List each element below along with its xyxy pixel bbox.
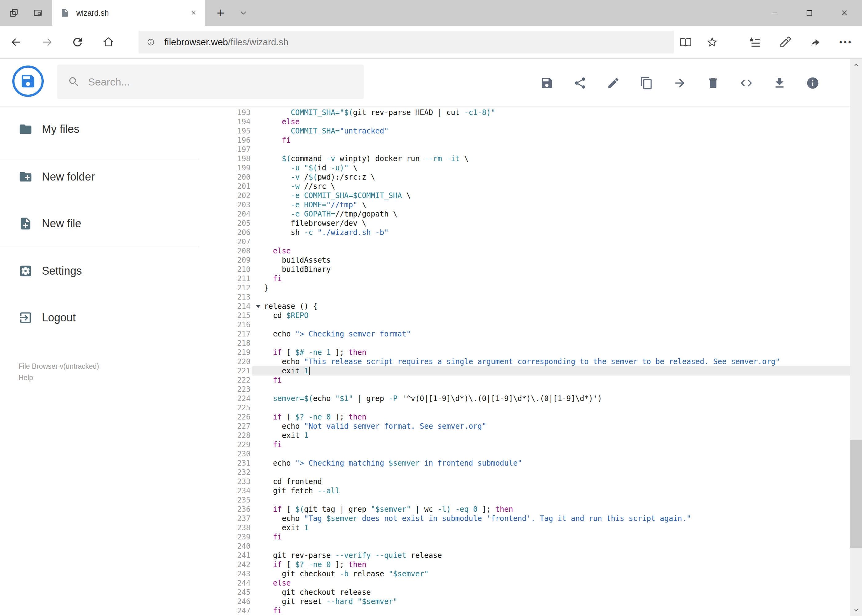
- filebrowser-logo[interactable]: [12, 66, 44, 97]
- code-line[interactable]: 203 -e HOME="//tmp" \: [199, 200, 850, 209]
- search-input[interactable]: [88, 76, 355, 88]
- scroll-up-button[interactable]: [850, 59, 862, 71]
- close-window-button[interactable]: [827, 0, 862, 26]
- code-line[interactable]: 238 exit 1: [199, 523, 850, 532]
- refresh-button[interactable]: [68, 32, 87, 52]
- sidebar-item-new-file[interactable]: New file: [0, 207, 199, 240]
- reading-view-button[interactable]: [676, 32, 695, 52]
- code-line[interactable]: 232: [199, 468, 850, 477]
- code-line[interactable]: 246 git reset --hard "$semver": [199, 597, 850, 606]
- favorites-hub-button[interactable]: [745, 32, 764, 52]
- code-line[interactable]: 247 fi: [199, 606, 850, 615]
- code-line[interactable]: 229 fi: [199, 440, 850, 449]
- add-favorite-button[interactable]: [702, 32, 722, 52]
- maximize-button[interactable]: [792, 0, 827, 26]
- code-line[interactable]: 222 fi: [199, 376, 850, 385]
- minimize-button[interactable]: [757, 0, 792, 26]
- code-line[interactable]: 224 semver=$(echo "$1" | grep -P '^v(0|[…: [199, 394, 850, 403]
- tab-preview-chevron-button[interactable]: [234, 0, 253, 26]
- page-scrollbar[interactable]: [850, 59, 862, 616]
- code-line[interactable]: 194 else: [199, 117, 850, 126]
- code-line[interactable]: 215 cd $REPO: [199, 311, 850, 320]
- code-line[interactable]: 199 -u "$(id -u)" \: [199, 163, 850, 173]
- fold-arrow-icon[interactable]: [256, 305, 261, 308]
- code-line[interactable]: 236 if [ $(git tag | grep "$semver" | wc…: [199, 504, 850, 514]
- code-line[interactable]: 225: [199, 403, 850, 412]
- code-line[interactable]: 206 sh -c "./wizard.sh -b": [199, 228, 850, 237]
- code-line[interactable]: 219 if [ $# -ne 1 ]; then: [199, 348, 850, 357]
- move-button[interactable]: [671, 74, 689, 92]
- code-editor[interactable]: 193 COMMIT_SHA="$(git rev-parse HEAD | c…: [199, 107, 850, 616]
- code-line[interactable]: 226 if [ $? -ne 0 ]; then: [199, 412, 850, 422]
- code-line[interactable]: 193 COMMIT_SHA="$(git rev-parse HEAD | c…: [199, 108, 850, 117]
- code-line[interactable]: 242 if [ $? -ne 0 ]; then: [199, 560, 850, 569]
- code-line[interactable]: 234 git fetch --all: [199, 486, 850, 495]
- forward-button[interactable]: [38, 32, 57, 52]
- home-button[interactable]: [98, 32, 118, 52]
- code-line[interactable]: 221 exit 1: [199, 366, 850, 376]
- code-line[interactable]: 208 else: [199, 246, 850, 256]
- code-line[interactable]: 216: [199, 320, 850, 329]
- code-line[interactable]: 223: [199, 385, 850, 394]
- browser-tab-wizard-sh[interactable]: wizard.sh: [52, 0, 205, 26]
- code-line[interactable]: 230: [199, 449, 850, 459]
- help-link[interactable]: Help: [19, 374, 99, 381]
- code-line[interactable]: 209 buildAssets: [199, 256, 850, 265]
- code-line[interactable]: 239 fi: [199, 532, 850, 542]
- code-line[interactable]: 245 git checkout release: [199, 588, 850, 597]
- code-line[interactable]: 227 echo "Not valid semver format. See s…: [199, 422, 850, 431]
- set-tabs-aside-button[interactable]: [4, 2, 24, 24]
- new-tab-button[interactable]: +: [212, 0, 230, 26]
- back-button[interactable]: [6, 32, 26, 52]
- code-line[interactable]: 228 exit 1: [199, 431, 850, 440]
- share-page-button[interactable]: [806, 32, 826, 52]
- sidebar-item-settings[interactable]: Settings: [0, 254, 199, 288]
- settings-and-more-button[interactable]: •••: [835, 32, 857, 52]
- code-line[interactable]: 200 -v /$(pwd):/src:z \: [199, 173, 850, 182]
- code-line[interactable]: 217 echo "> Checking semver format": [199, 329, 850, 339]
- rename-button[interactable]: [605, 74, 622, 92]
- scrollbar-thumb[interactable]: [850, 440, 862, 548]
- site-info-icon[interactable]: [145, 36, 156, 48]
- code-line[interactable]: 207: [199, 237, 850, 246]
- code-line[interactable]: 196 fi: [199, 136, 850, 145]
- code-line[interactable]: 241 git rev-parse --verify --quiet relea…: [199, 551, 850, 560]
- code-line[interactable]: 213: [199, 292, 850, 302]
- code-line[interactable]: 198 $(command -v winpty) docker run --rm…: [199, 154, 850, 163]
- code-line[interactable]: 243 git checkout -b release "$semver": [199, 569, 850, 578]
- sidebar-item-my-files[interactable]: My files: [0, 112, 199, 146]
- code-line[interactable]: 205 filebrowser/dev \: [199, 218, 850, 228]
- code-line[interactable]: 210 buildBinary: [199, 265, 850, 274]
- share-button[interactable]: [572, 74, 589, 92]
- tabs-preview-button[interactable]: [28, 2, 47, 24]
- code-line[interactable]: 197: [199, 145, 850, 154]
- code-line[interactable]: 233 cd frontend: [199, 477, 850, 486]
- code-line[interactable]: 214release () {: [199, 302, 850, 311]
- address-bar[interactable]: filebrowser.web/files/wizard.sh: [139, 31, 674, 53]
- copy-button[interactable]: [638, 74, 655, 92]
- sidebar-item-logout[interactable]: Logout: [0, 301, 199, 335]
- web-note-button[interactable]: [775, 32, 795, 52]
- close-tab-button[interactable]: [188, 7, 199, 19]
- source-code-button[interactable]: [738, 74, 755, 92]
- download-button[interactable]: [771, 74, 788, 92]
- code-line[interactable]: 231 echo "> Checking matching $semver in…: [199, 459, 850, 468]
- info-button[interactable]: [804, 74, 821, 92]
- code-line[interactable]: 212}: [199, 283, 850, 292]
- code-line[interactable]: 240: [199, 542, 850, 551]
- code-line[interactable]: 211 fi: [199, 274, 850, 283]
- delete-button[interactable]: [704, 74, 722, 92]
- search-box[interactable]: [57, 64, 364, 99]
- code-line[interactable]: 244 else: [199, 578, 850, 588]
- scroll-down-button[interactable]: [850, 604, 862, 616]
- sidebar-item-new-folder[interactable]: New folder: [0, 160, 199, 194]
- code-line[interactable]: 201 -w //src \: [199, 182, 850, 191]
- save-button[interactable]: [538, 74, 555, 92]
- code-line[interactable]: 202 -e COMMIT_SHA=$COMMIT_SHA \: [199, 191, 850, 200]
- code-line[interactable]: 235: [199, 495, 850, 504]
- code-line[interactable]: 220 echo "This release script requires a…: [199, 357, 850, 366]
- code-line[interactable]: 237 echo "Tag $semver does not exist in …: [199, 514, 850, 523]
- code-line[interactable]: 195 COMMIT_SHA="untracked": [199, 126, 850, 136]
- code-line[interactable]: 204 -e GOPATH=//tmp/gopath \: [199, 209, 850, 218]
- code-line[interactable]: 218: [199, 339, 850, 348]
